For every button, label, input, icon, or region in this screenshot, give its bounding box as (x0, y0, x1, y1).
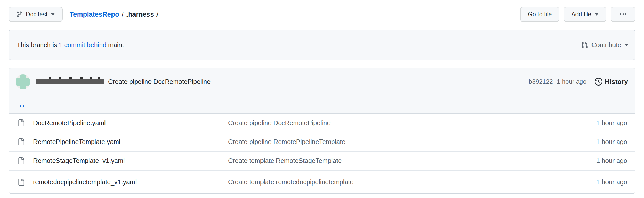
add-file-label: Add file (571, 11, 591, 18)
file-row: RemoteStageTemplate_v1.yaml Create templ… (9, 152, 635, 171)
toolbar-actions: Go to file Add file (520, 7, 635, 22)
file-row: remotedocpipelinetemplate_v1.yaml Create… (9, 171, 635, 193)
more-options-button[interactable] (611, 7, 635, 22)
latest-commit-message-link[interactable]: Create pipeline DocRemotePipeline (108, 78, 211, 86)
banner-text-suffix: main. (108, 41, 124, 48)
banner-text-prefix: This branch is (17, 41, 57, 48)
file-name-link[interactable]: DocRemotePipeline.yaml (33, 119, 228, 127)
repo-toolbar: DocTest TemplatesRepo / .harness / Go to… (9, 7, 635, 22)
kebab-icon (620, 11, 626, 18)
branch-selector-button[interactable]: DocTest (9, 7, 63, 22)
file-age: 1 hour ago (596, 138, 635, 146)
file-commit-message-link[interactable]: Create template remotedocpipelinetemplat… (228, 178, 596, 186)
file-commit-message-link[interactable]: Create template RemoteStageTemplate (228, 157, 596, 165)
breadcrumb-repo-link[interactable]: TemplatesRepo (70, 10, 119, 18)
file-icon-cell (9, 138, 33, 145)
file-icon-cell (9, 157, 33, 164)
branch-name-label: DocTest (26, 11, 47, 18)
file-icon (18, 179, 25, 186)
commit-time: 1 hour ago (557, 78, 587, 85)
git-branch-icon (16, 11, 23, 17)
history-button[interactable]: History (595, 78, 628, 86)
caret-down-icon (51, 13, 55, 16)
redacted-username (36, 79, 104, 84)
go-to-file-button[interactable]: Go to file (520, 7, 559, 22)
file-name-link[interactable]: RemoteStageTemplate_v1.yaml (33, 157, 228, 165)
contribute-button[interactable]: Contribute (581, 41, 629, 49)
file-commit-message-link[interactable]: Create pipeline RemotePipelineTemplate (228, 138, 596, 146)
file-row: DocRemotePipeline.yaml Create pipeline D… (9, 114, 635, 132)
branch-status-text: This branch is1 commit behindmain. (17, 41, 124, 49)
file-icon (18, 157, 25, 164)
commit-hash-link[interactable]: b392122 (529, 78, 553, 85)
file-age: 1 hour ago (596, 119, 635, 127)
repo-code-page: DocTest TemplatesRepo / .harness / Go to… (0, 7, 644, 198)
commit-meta: b392122 1 hour ago History (529, 78, 628, 86)
caret-down-icon (625, 44, 629, 46)
history-clock-icon (595, 78, 602, 86)
history-label: History (605, 78, 628, 86)
file-icon (18, 138, 25, 145)
file-name-link[interactable]: remotedocpipelinetemplate_v1.yaml (33, 178, 228, 186)
file-name-link[interactable]: RemotePipelineTemplate.yaml (33, 138, 228, 146)
breadcrumb-separator: / (122, 10, 124, 18)
commits-behind-link[interactable]: 1 commit behind (59, 41, 106, 48)
branch-status-banner: This branch is1 commit behindmain. Contr… (9, 30, 635, 60)
parent-directory-link[interactable]: .. (20, 102, 25, 107)
file-icon (18, 119, 25, 126)
git-pull-request-icon (581, 41, 588, 48)
add-file-button[interactable]: Add file (564, 7, 606, 22)
breadcrumb-separator: / (156, 10, 158, 18)
latest-commit-header: Create pipeline DocRemotePipeline b39212… (9, 68, 635, 95)
file-commit-message-link[interactable]: Create pipeline DocRemotePipeline (228, 119, 596, 127)
file-age: 1 hour ago (596, 178, 635, 186)
file-age: 1 hour ago (596, 157, 635, 165)
caret-down-icon (595, 13, 599, 16)
file-icon-cell (9, 119, 33, 126)
committer-avatar[interactable] (16, 74, 30, 89)
file-icon-cell (9, 179, 33, 186)
breadcrumb-current-dir: .harness (126, 10, 154, 18)
contribute-label: Contribute (591, 41, 621, 49)
file-browser: Create pipeline DocRemotePipeline b39212… (9, 68, 635, 194)
parent-directory-row[interactable]: .. (9, 95, 635, 114)
go-to-file-label: Go to file (528, 11, 552, 18)
avatar-plus-shape (16, 78, 30, 86)
breadcrumb: TemplatesRepo / .harness / (70, 10, 161, 18)
file-row: RemotePipelineTemplate.yaml Create pipel… (9, 132, 635, 152)
